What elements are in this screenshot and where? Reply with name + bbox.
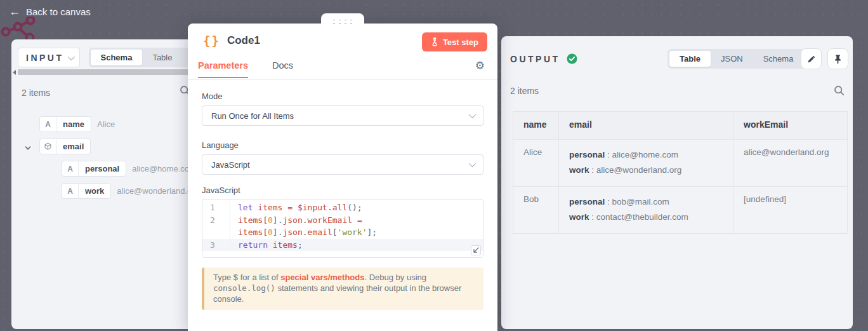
output-tab-schema[interactable]: Schema	[753, 51, 804, 67]
schema-key-pill-name[interactable]: Aname	[39, 116, 91, 132]
success-check-icon	[567, 53, 577, 64]
schema-value: alice@wonderland.org	[117, 186, 199, 196]
mode-label: Mode	[202, 91, 223, 101]
line-number	[202, 226, 230, 239]
cell-email: personal : alice@home.comwork : alice@wo…	[558, 140, 733, 187]
cell-workemail: alice@wonderland.org	[733, 140, 848, 187]
node-settings-modal: {} Code1 Test step ParametersDocs ⚙ Mode…	[188, 24, 497, 331]
output-tab-json[interactable]: JSON	[711, 51, 753, 67]
language-label: Language	[202, 140, 239, 150]
arrow-left-icon: ←	[9, 6, 20, 17]
pin-data-button[interactable]	[827, 48, 848, 69]
special-vars-link[interactable]: special vars/methods	[280, 273, 364, 282]
test-step-button[interactable]: Test step	[422, 32, 487, 51]
chevron-down-icon	[469, 160, 476, 167]
tab-docs[interactable]: Docs	[272, 60, 293, 78]
language-select[interactable]: JavaScript	[202, 154, 483, 175]
code-editor[interactable]: 1let items = $input.all();2items[0].json…	[202, 199, 483, 258]
search-icon[interactable]	[834, 85, 845, 96]
hint-text: Type $ for a list of	[213, 273, 280, 282]
string-type-icon: A	[62, 184, 79, 198]
schema-value: Alice	[97, 119, 115, 129]
output-panel-title: OUTPUT	[510, 54, 560, 64]
edit-output-button[interactable]	[801, 48, 822, 69]
line-number: 2	[202, 214, 230, 227]
output-items-count: 2 items	[510, 86, 539, 96]
chevron-down-icon	[67, 53, 74, 60]
column-header-workEmail: workEmail	[733, 112, 848, 140]
line-number: 3	[202, 239, 230, 252]
back-to-canvas-button[interactable]: ← Back to canvas	[9, 6, 91, 17]
column-header-email: email	[558, 112, 733, 140]
cell-workemail: [undefined]	[733, 187, 848, 234]
modal-drag-handle[interactable]	[321, 13, 364, 29]
object-type-icon	[40, 139, 56, 154]
mode-value: Run Once for All Items	[211, 111, 294, 121]
mode-select[interactable]: Run Once for All Items	[202, 105, 483, 126]
pin-icon	[833, 54, 843, 64]
code-node-icon: {}	[203, 34, 220, 48]
test-step-label: Test step	[443, 37, 478, 47]
top-bar: ← Back to canvas	[0, 0, 868, 27]
chevron-down-icon	[469, 111, 476, 118]
cell-name: Alice	[513, 140, 559, 187]
node-title[interactable]: Code1	[227, 34, 260, 47]
schema-key-label: personal	[79, 161, 126, 176]
schema-key-label: name	[56, 117, 91, 132]
input-tab-schema[interactable]: Schema	[91, 50, 143, 65]
input-tab-table[interactable]: Table	[142, 50, 182, 65]
code-line-2-wrap: items[0].json.email['work'];	[202, 226, 483, 239]
code-line-3: 3return items;	[202, 239, 483, 252]
table-row-alice: Alicepersonal : alice@home.comwork : ali…	[513, 140, 848, 187]
input-items-count: 2 items	[22, 88, 50, 98]
editor-hint: Type $ for a list of special vars/method…	[202, 267, 483, 310]
chevron-expanded-icon[interactable]	[24, 143, 32, 151]
schema-key-label: email	[56, 139, 90, 154]
pencil-icon	[806, 54, 817, 64]
divider	[188, 79, 497, 80]
string-type-icon: A	[40, 117, 56, 132]
tab-parameters[interactable]: Parameters	[198, 60, 248, 78]
output-panel: OUTPUT TableJSONSchema 2 items nameemail…	[501, 36, 853, 329]
column-header-name: name	[513, 112, 559, 140]
output-table: nameemailworkEmail Alicepersonal : alice…	[513, 111, 848, 234]
schema-key-pill-email[interactable]: email	[39, 138, 91, 154]
cell-name: Bob	[513, 187, 559, 234]
modal-tabs: ParametersDocs	[198, 60, 293, 78]
line-number: 1	[202, 201, 230, 214]
scroll-left-arrow-icon[interactable]	[13, 70, 16, 75]
schema-key-label: work	[79, 184, 110, 198]
hint-text: . Debug by using	[364, 273, 426, 282]
input-panel-title: INPUT	[26, 53, 64, 63]
output-tab-table[interactable]: Table	[669, 51, 711, 67]
output-view-tabs: TableJSONSchema	[667, 49, 805, 69]
input-source-dropdown[interactable]: INPUT	[18, 48, 80, 67]
table-row-bob: Bobpersonal : bob@mail.comwork : contact…	[513, 187, 848, 234]
code-editor-label: JavaScript	[202, 186, 240, 195]
flask-icon	[431, 37, 438, 46]
schema-value: alice@home.com	[132, 164, 196, 173]
schema-key-pill-work[interactable]: Awork	[62, 183, 111, 199]
cell-email: personal : bob@mail.comwork : contact@th…	[558, 187, 733, 234]
back-to-canvas-label: Back to canvas	[26, 6, 91, 17]
code-line-1: 1let items = $input.all();	[202, 201, 483, 214]
string-type-icon: A	[62, 161, 79, 176]
expand-diagonal-icon[interactable]	[471, 245, 481, 255]
hint-code-snippet: console.log()	[213, 283, 275, 293]
gear-icon[interactable]: ⚙	[475, 59, 485, 72]
code-line-2: 2items[0].json.workEmail =	[202, 214, 483, 227]
schema-key-pill-personal[interactable]: Apersonal	[62, 161, 126, 177]
drag-dots-icon	[331, 18, 355, 24]
language-value: JavaScript	[211, 160, 250, 170]
